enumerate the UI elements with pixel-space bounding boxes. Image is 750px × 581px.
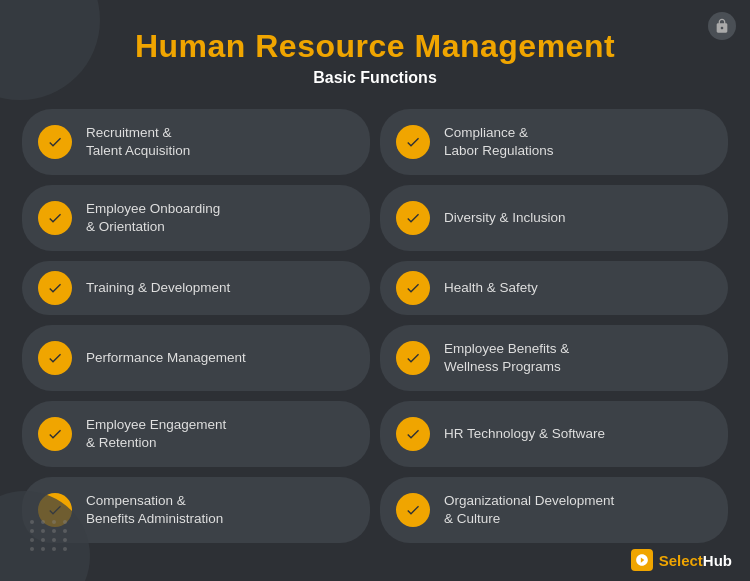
page-subtitle: Basic Functions — [0, 69, 750, 87]
check-circle-performance — [38, 341, 72, 375]
check-circle-onboarding — [38, 201, 72, 235]
check-circle-training — [38, 271, 72, 305]
card-recruitment: Recruitment &Talent Acquisition — [22, 109, 370, 175]
card-training: Training & Development — [22, 261, 370, 315]
card-engagement: Employee Engagement& Retention — [22, 401, 370, 467]
check-circle-hr-tech — [396, 417, 430, 451]
card-text-benefits-wellness: Employee Benefits &Wellness Programs — [444, 340, 569, 376]
bg-dots — [30, 520, 69, 551]
brand-name: SelectHub — [659, 552, 732, 569]
brand-accent: Select — [659, 552, 703, 569]
card-text-diversity: Diversity & Inclusion — [444, 209, 566, 227]
header: Human Resource Management Basic Function… — [0, 0, 750, 97]
functions-grid: Recruitment &Talent AcquisitionComplianc… — [0, 97, 750, 553]
check-icon — [47, 134, 63, 150]
check-circle-diversity — [396, 201, 430, 235]
card-diversity: Diversity & Inclusion — [380, 185, 728, 251]
check-icon — [405, 280, 421, 296]
check-icon — [47, 280, 63, 296]
card-text-compliance: Compliance &Labor Regulations — [444, 124, 554, 160]
check-icon — [405, 210, 421, 226]
check-circle-engagement — [38, 417, 72, 451]
check-icon — [405, 426, 421, 442]
check-icon — [47, 426, 63, 442]
check-icon — [405, 350, 421, 366]
card-compliance: Compliance &Labor Regulations — [380, 109, 728, 175]
card-text-compensation: Compensation &Benefits Administration — [86, 492, 223, 528]
card-text-training: Training & Development — [86, 279, 230, 297]
footer-brand: SelectHub — [631, 549, 732, 571]
card-text-health: Health & Safety — [444, 279, 538, 297]
page-title: Human Resource Management — [0, 28, 750, 65]
check-circle-org-dev — [396, 493, 430, 527]
brand-logo-icon — [635, 553, 649, 567]
check-icon — [47, 210, 63, 226]
card-text-org-dev: Organizational Development& Culture — [444, 492, 614, 528]
check-icon — [405, 134, 421, 150]
card-text-hr-tech: HR Technology & Software — [444, 425, 605, 443]
card-text-onboarding: Employee Onboarding& Orientation — [86, 200, 220, 236]
brand-icon — [631, 549, 653, 571]
check-circle-compliance — [396, 125, 430, 159]
card-text-recruitment: Recruitment &Talent Acquisition — [86, 124, 190, 160]
card-hr-tech: HR Technology & Software — [380, 401, 728, 467]
card-performance: Performance Management — [22, 325, 370, 391]
share-icon — [714, 18, 730, 34]
check-icon — [47, 350, 63, 366]
check-circle-health — [396, 271, 430, 305]
card-org-dev: Organizational Development& Culture — [380, 477, 728, 543]
card-benefits-wellness: Employee Benefits &Wellness Programs — [380, 325, 728, 391]
card-onboarding: Employee Onboarding& Orientation — [22, 185, 370, 251]
check-icon — [405, 502, 421, 518]
share-button[interactable] — [708, 12, 736, 40]
card-text-engagement: Employee Engagement& Retention — [86, 416, 226, 452]
card-health: Health & Safety — [380, 261, 728, 315]
check-circle-benefits-wellness — [396, 341, 430, 375]
card-text-performance: Performance Management — [86, 349, 246, 367]
check-circle-recruitment — [38, 125, 72, 159]
